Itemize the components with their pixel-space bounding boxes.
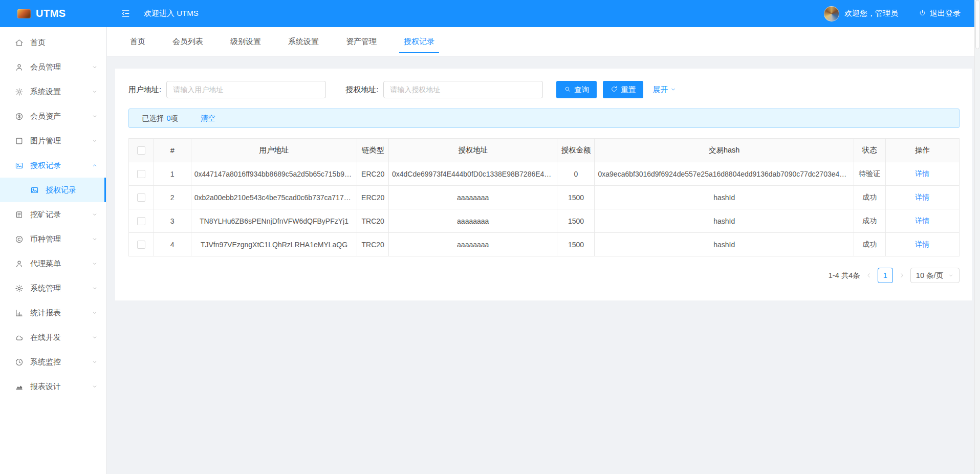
column-header: 链类型 [357, 139, 389, 162]
chevron-down-icon [92, 359, 98, 365]
scrollbar-thumb[interactable] [975, 0, 979, 49]
tab[interactable]: 授权记录 [402, 27, 436, 56]
action-cell: 详情 [885, 186, 959, 209]
amount-cell: 1500 [557, 209, 595, 233]
brand-image-icon [17, 9, 31, 18]
status-cell: 成功 [854, 233, 885, 256]
sidebar-item[interactable]: 统计报表 [0, 300, 106, 325]
sidebar-item[interactable]: 币种管理 [0, 227, 106, 251]
user-address-input[interactable] [166, 81, 326, 98]
sidebar-item[interactable]: 系统设置 [0, 79, 106, 104]
page-number-button[interactable]: 1 [878, 268, 893, 283]
row-checkbox[interactable] [137, 217, 145, 225]
auth-address-cell: aaaaaaaa [388, 186, 557, 209]
page-scrollbar[interactable] [974, 0, 980, 474]
sidebar-item[interactable]: 在线开发 [0, 325, 106, 350]
sidebar: 首页会员管理系统设置会员资产图片管理授权记录授权记录挖矿记录币种管理代理菜单系统… [0, 27, 106, 474]
user-address-cell: 0x447147a8016ff934bb8689c5a2d5b65c715b91… [191, 162, 357, 186]
row-index: 2 [154, 186, 191, 209]
chain-type-cell: TRC20 [357, 209, 389, 233]
sidebar-item[interactable]: 授权记录 [0, 153, 106, 178]
sidebar-item-label: 会员管理 [30, 62, 92, 72]
file-icon [15, 210, 24, 219]
sidebar-item[interactable]: 会员资产 [0, 104, 106, 128]
chevron-down-icon [92, 138, 98, 144]
tab[interactable]: 首页 [128, 27, 147, 56]
logout-button[interactable]: 退出登录 [919, 9, 961, 18]
sidebar-item-label: 图片管理 [30, 136, 92, 146]
bar-chart-icon [15, 309, 24, 317]
sidebar-item[interactable]: 系统管理 [0, 276, 106, 300]
chevron-down-icon [92, 334, 98, 340]
selection-bar: 已选择 0 项 清空 [128, 109, 960, 128]
tab[interactable]: 资产管理 [344, 27, 378, 56]
row-checkbox[interactable] [137, 241, 145, 249]
clear-selection-link[interactable]: 清空 [201, 114, 215, 123]
detail-link[interactable]: 详情 [915, 169, 929, 178]
sidebar-item[interactable]: 图片管理 [0, 128, 106, 153]
user-icon [15, 63, 24, 72]
page-size-select[interactable]: 10 条/页 [910, 268, 960, 283]
user-address-cell: 0xb2a00ebb210e543c4be75cad0c6b737ca71740… [191, 186, 357, 209]
chevron-down-icon [92, 89, 98, 95]
header-checkbox-cell [129, 139, 154, 162]
row-checkbox[interactable] [137, 193, 145, 202]
detail-link[interactable]: 详情 [915, 193, 929, 201]
row-checkbox[interactable] [137, 170, 145, 178]
logout-label: 退出登录 [930, 9, 961, 18]
selected-suffix: 项 [171, 114, 179, 123]
search-button-label: 查询 [574, 85, 589, 95]
sidebar-item-label: 统计报表 [30, 308, 92, 318]
auth-address-input[interactable] [383, 81, 543, 98]
reset-button[interactable]: 重置 [603, 81, 643, 98]
column-header: 交易hash [595, 139, 854, 162]
tab[interactable]: 级别设置 [229, 27, 263, 56]
sidebar-item-label: 会员资产 [30, 112, 92, 121]
home-icon [15, 38, 24, 47]
content-card: 用户地址: 授权地址: 查询 重置 展开 已选择 0 项 清空 [115, 69, 972, 300]
table-header-row: #用户地址链类型授权地址授权金额交易hash状态操作 [129, 139, 960, 162]
search-icon [564, 85, 571, 94]
column-header: # [154, 139, 191, 162]
row-checkbox-cell [129, 233, 154, 256]
sidebar-item-label: 授权记录 [30, 161, 92, 170]
selected-count: 0 [167, 114, 171, 122]
records-table: #用户地址链类型授权地址授权金额交易hash状态操作 10x447147a801… [128, 138, 960, 256]
area-chart-icon [15, 382, 24, 391]
avatar[interactable] [824, 6, 839, 21]
tx-hash-cell: 0xa9eca6bf3016d9f6924de557e25a16d8804edd… [595, 162, 854, 186]
select-all-checkbox[interactable] [137, 146, 145, 155]
auth-address-cell: 0x4dCde69973f4E444b0fD0c1338E98B7286E42A… [388, 162, 557, 186]
sidebar-item[interactable]: 挖矿记录 [0, 202, 106, 227]
column-header: 用户地址 [191, 139, 357, 162]
page-size-value: 10 条/页 [916, 271, 943, 281]
sidebar-item[interactable]: 会员管理 [0, 55, 106, 79]
search-button[interactable]: 查询 [556, 81, 597, 98]
sidebar-item[interactable]: 首页 [0, 30, 106, 55]
table-row: 20xb2a00ebb210e543c4be75cad0c6b737ca7174… [129, 186, 960, 209]
power-icon [919, 9, 926, 18]
table-body: 10x447147a8016ff934bb8689c5a2d5b65c715b9… [129, 162, 960, 256]
sidebar-subitem[interactable]: 授权记录 [0, 178, 106, 202]
cloud-icon [15, 333, 24, 342]
chevron-down-icon [948, 272, 954, 278]
tab[interactable]: 会员列表 [171, 27, 205, 56]
menu-fold-icon[interactable] [121, 9, 130, 18]
sidebar-item[interactable]: 报表设计 [0, 374, 106, 399]
brand-logo[interactable]: UTMS [0, 8, 106, 19]
detail-link[interactable]: 详情 [915, 240, 929, 248]
chevron-right-icon[interactable] [898, 272, 905, 279]
column-header: 状态 [854, 139, 885, 162]
filter-row: 用户地址: 授权地址: 查询 重置 展开 [128, 81, 960, 98]
sidebar-item[interactable]: 代理菜单 [0, 251, 106, 276]
sidebar-item[interactable]: 系统监控 [0, 350, 106, 374]
detail-link[interactable]: 详情 [915, 217, 929, 225]
row-index: 4 [154, 233, 191, 256]
chevron-left-icon[interactable] [865, 272, 873, 279]
tab[interactable]: 系统设置 [287, 27, 320, 56]
expand-toggle[interactable]: 展开 [652, 85, 677, 95]
table-row: 4TJVfn97VEzgngXtC1LQhRzLRHA1eMYLaQGTRC20… [129, 233, 960, 256]
picture-icon [30, 186, 39, 195]
sidebar-item-label: 系统监控 [30, 357, 92, 367]
table-row: 3TN8YLHu6ZB6sPENnjDfnVFW6dQFByPFzYj1TRC2… [129, 209, 960, 233]
